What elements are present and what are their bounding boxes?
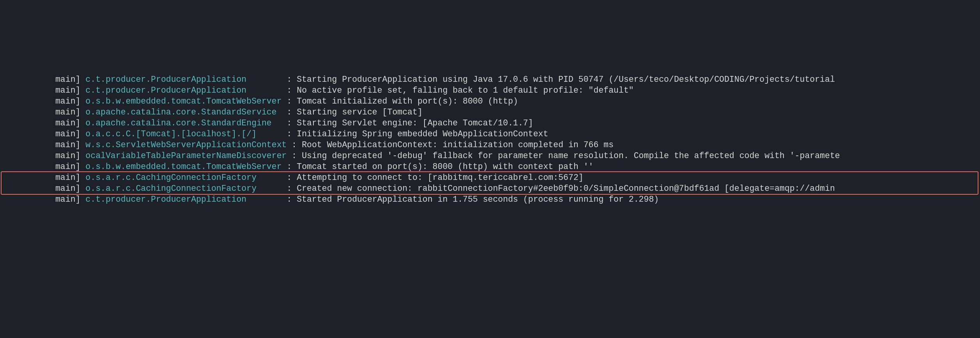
log-thread: main]: [55, 86, 85, 95]
log-message: Starting service [Tomcat]: [297, 107, 423, 117]
log-padding: [0, 97, 55, 106]
log-logger-name: ocalVariableTableParameterNameDiscoverer: [85, 151, 287, 160]
log-separator: :: [287, 151, 297, 160]
log-logger-name: o.s.a.r.c.CachingConnectionFactory: [85, 173, 281, 182]
log-line: main] o.s.b.w.embedded.tomcat.TomcatWebS…: [0, 161, 980, 172]
log-padding: [0, 195, 55, 204]
log-line: main] ocalVariableTableParameterNameDisc…: [0, 150, 980, 161]
log-logger-name: w.s.c.ServletWebServerApplicationContext: [85, 140, 287, 150]
log-line: main] o.s.a.r.c.CachingConnectionFactory…: [0, 183, 980, 194]
log-logger-name: o.apache.catalina.core.StandardEngine: [85, 118, 281, 128]
log-logger-name: o.s.b.w.embedded.tomcat.TomcatWebServer: [85, 162, 281, 171]
log-padding: [0, 151, 55, 160]
log-message: Started ProducerApplication in 1.755 sec…: [297, 195, 659, 204]
log-message: Root WebApplicationContext: initializati…: [297, 140, 614, 150]
log-line: main] c.t.producer.ProducerApplication :…: [0, 194, 980, 205]
log-thread: main]: [55, 75, 85, 84]
log-thread: main]: [55, 129, 85, 139]
log-line: main] o.a.c.c.C.[Tomcat].[localhost].[/]…: [0, 129, 980, 139]
log-message: Attempting to connect to: [rabbitmq.teri…: [297, 173, 583, 182]
log-message: Tomcat initialized with port(s): 8000 (h…: [297, 97, 518, 106]
log-message: No active profile set, falling back to 1…: [297, 86, 633, 95]
log-message: Tomcat started on port(s): 8000 (http) w…: [297, 162, 593, 171]
log-padding: [0, 107, 55, 117]
log-line: main] c.t.producer.ProducerApplication :…: [0, 74, 980, 85]
log-thread: main]: [55, 97, 85, 106]
log-message: Initializing Spring embedded WebApplicat…: [297, 129, 548, 139]
log-line: main] o.s.a.r.c.CachingConnectionFactory…: [0, 172, 980, 183]
log-separator: :: [282, 195, 297, 204]
log-separator: :: [282, 129, 297, 139]
log-padding: [0, 75, 55, 84]
log-separator: :: [287, 140, 297, 150]
log-padding: [0, 162, 55, 171]
log-separator: :: [282, 118, 297, 128]
log-thread: main]: [55, 107, 85, 117]
log-padding: [0, 129, 55, 139]
log-padding: [0, 173, 55, 182]
log-logger-name: o.s.b.w.embedded.tomcat.TomcatWebServer: [85, 97, 281, 106]
log-line: main] w.s.c.ServletWebServerApplicationC…: [0, 139, 980, 150]
log-message: Starting ProducerApplication using Java …: [297, 75, 835, 84]
log-message: Using deprecated '-debug' fallback for p…: [297, 151, 840, 160]
log-logger-name: o.apache.catalina.core.StandardService: [85, 107, 281, 117]
log-separator: :: [282, 97, 297, 106]
log-padding: [0, 86, 55, 95]
log-line: main] o.apache.catalina.core.StandardSer…: [0, 107, 980, 118]
log-logger-name: o.a.c.c.C.[Tomcat].[localhost].[/]: [85, 129, 281, 139]
log-thread: main]: [55, 162, 85, 171]
log-thread: main]: [55, 173, 85, 182]
log-thread: main]: [55, 118, 85, 128]
log-logger-name: c.t.producer.ProducerApplication: [85, 86, 281, 95]
log-message: Created new connection: rabbitConnection…: [297, 184, 835, 193]
log-separator: :: [282, 75, 297, 84]
log-thread: main]: [55, 140, 85, 150]
log-padding: [0, 184, 55, 193]
log-thread: main]: [55, 195, 85, 204]
log-line: main] o.s.b.w.embedded.tomcat.TomcatWebS…: [0, 96, 980, 107]
log-separator: :: [282, 107, 297, 117]
log-padding: [0, 140, 55, 150]
log-separator: :: [282, 162, 297, 171]
log-message: Starting Servlet engine: [Apache Tomcat/…: [297, 118, 533, 128]
log-separator: :: [282, 86, 297, 95]
log-thread: main]: [55, 184, 85, 193]
log-line: main] c.t.producer.ProducerApplication :…: [0, 85, 980, 96]
log-thread: main]: [55, 151, 85, 160]
console-log-output: main] c.t.producer.ProducerApplication :…: [0, 74, 980, 205]
log-padding: [0, 118, 55, 128]
log-line: main] o.apache.catalina.core.StandardEng…: [0, 118, 980, 129]
log-logger-name: c.t.producer.ProducerApplication: [85, 75, 281, 84]
log-logger-name: o.s.a.r.c.CachingConnectionFactory: [85, 184, 281, 193]
log-logger-name: c.t.producer.ProducerApplication: [85, 195, 281, 204]
log-separator: :: [282, 184, 297, 193]
log-separator: :: [282, 173, 297, 182]
